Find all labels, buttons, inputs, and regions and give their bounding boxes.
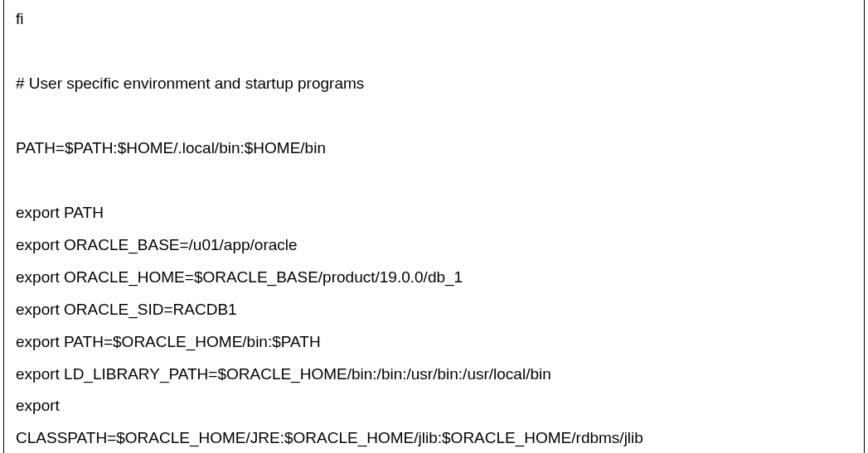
code-line: PATH=$PATH:$HOME/.local/bin:$HOME/bin [16,133,852,165]
code-box: fi # User specific environment and start… [3,0,865,453]
code-line: export [16,390,852,422]
blank-line [16,100,852,133]
code-line: CLASSPATH=$ORACLE_HOME/JRE:$ORACLE_HOME/… [16,422,852,453]
code-line: export LD_LIBRARY_PATH=$ORACLE_HOME/bin:… [16,359,852,391]
code-line: export PATH [16,197,852,229]
code-line: # User specific environment and startup … [16,68,852,100]
blank-line [16,36,852,68]
code-line: fi [16,3,852,36]
blank-line [16,165,852,197]
code-line: export ORACLE_SID=RACDB1 [16,294,852,326]
code-line: export PATH=$ORACLE_HOME/bin:$PATH [16,326,852,359]
code-line: export ORACLE_BASE=/u01/app/oracle [16,229,852,262]
code-line: export ORACLE_HOME=$ORACLE_BASE/product/… [16,262,852,294]
